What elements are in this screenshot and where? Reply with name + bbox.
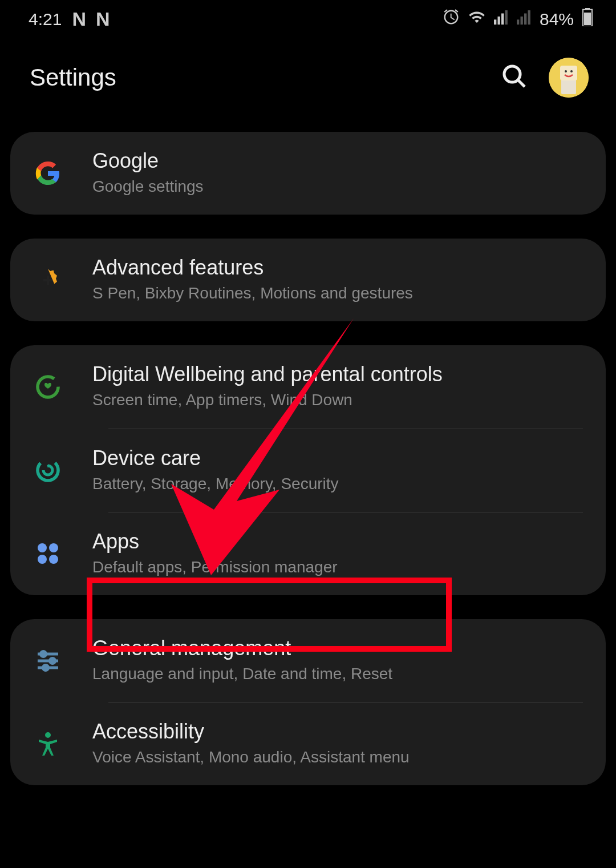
svg-rect-15 (560, 66, 577, 80)
status-bar: 4:21 N N 84% (0, 0, 616, 38)
sliders-icon (32, 645, 64, 677)
battery-percent: 84% (540, 10, 574, 29)
item-title: Digital Wellbeing and parental controls (92, 362, 584, 386)
gear-plus-icon (32, 264, 64, 296)
item-subtitle: Battery, Storage, Memory, Security (92, 473, 584, 495)
svg-rect-5 (520, 17, 522, 25)
header-actions (501, 58, 589, 98)
item-text: Digital Wellbeing and parental controls … (92, 362, 584, 411)
item-subtitle: Language and input, Date and time, Reset (92, 663, 584, 685)
item-text: Apps Default apps, Permission manager (92, 530, 584, 578)
item-text: General management Language and input, D… (92, 636, 584, 685)
item-subtitle: S Pen, Bixby Routines, Motions and gestu… (92, 282, 584, 304)
settings-item-device-care[interactable]: Device care Battery, Storage, Memory, Se… (10, 429, 606, 512)
google-icon (32, 158, 64, 189)
settings-group: General management Language and input, D… (10, 619, 606, 785)
svg-point-32 (45, 732, 51, 738)
svg-point-25 (49, 555, 58, 564)
item-title: Accessibility (92, 720, 584, 744)
page-title: Settings (30, 64, 116, 91)
svg-point-24 (38, 555, 47, 564)
device-care-icon (32, 454, 64, 486)
item-title: Device care (92, 446, 584, 470)
item-subtitle: Voice Assistant, Mono audio, Assistant m… (92, 746, 584, 768)
alarm-icon (443, 9, 460, 30)
status-time: 4:21 (29, 10, 62, 29)
settings-item-accessibility[interactable]: Accessibility Voice Assistant, Mono audi… (10, 703, 606, 785)
item-text: Google Google settings (92, 149, 584, 197)
svg-rect-3 (505, 10, 507, 25)
item-title: Advanced features (92, 256, 584, 280)
svg-rect-6 (524, 14, 526, 25)
notification-icon: N (72, 8, 86, 30)
signal-icon (494, 9, 509, 29)
settings-group: Advanced features S Pen, Bixby Routines,… (10, 239, 606, 321)
settings-group: Google Google settings (10, 132, 606, 215)
svg-line-12 (518, 80, 525, 87)
settings-item-general-management[interactable]: General management Language and input, D… (10, 619, 606, 702)
svg-point-23 (49, 543, 58, 552)
wifi-icon (468, 9, 486, 30)
svg-point-21 (34, 457, 62, 484)
svg-rect-14 (561, 79, 576, 94)
settings-item-advanced-features[interactable]: Advanced features S Pen, Bixby Routines,… (10, 239, 606, 321)
item-title: Google (92, 149, 584, 173)
battery-icon (582, 8, 593, 30)
svg-point-31 (43, 665, 48, 670)
wellbeing-icon (32, 371, 64, 403)
item-subtitle: Default apps, Permission manager (92, 556, 584, 578)
apps-icon (32, 538, 64, 570)
item-title: General management (92, 636, 584, 660)
svg-rect-2 (501, 14, 504, 25)
accessibility-icon (32, 728, 64, 760)
svg-point-17 (570, 70, 573, 72)
item-text: Accessibility Voice Assistant, Mono audi… (92, 720, 584, 768)
search-icon[interactable] (501, 63, 528, 92)
item-text: Advanced features S Pen, Bixby Routines,… (92, 256, 584, 304)
item-text: Device care Battery, Storage, Memory, Se… (92, 446, 584, 495)
item-subtitle: Screen time, App timers, Wind Down (92, 389, 584, 411)
svg-point-22 (38, 543, 47, 552)
svg-rect-4 (517, 19, 519, 25)
svg-rect-10 (584, 13, 591, 25)
svg-rect-0 (494, 19, 496, 25)
status-right: 84% (443, 8, 593, 30)
svg-rect-19 (43, 279, 52, 281)
svg-point-16 (565, 70, 567, 72)
settings-group: Digital Wellbeing and parental controls … (10, 345, 606, 595)
status-left: 4:21 N N (29, 8, 110, 30)
settings-item-apps[interactable]: Apps Default apps, Permission manager (10, 512, 606, 595)
profile-avatar[interactable] (549, 58, 589, 98)
item-title: Apps (92, 530, 584, 554)
svg-point-29 (50, 658, 55, 663)
notification-icon: N (96, 8, 110, 30)
svg-rect-1 (497, 17, 500, 25)
signal-icon (517, 9, 532, 29)
svg-point-27 (41, 651, 46, 656)
svg-point-11 (504, 66, 520, 82)
item-subtitle: Google settings (92, 175, 584, 197)
settings-item-digital-wellbeing[interactable]: Digital Wellbeing and parental controls … (10, 345, 606, 428)
header: Settings (0, 38, 616, 132)
svg-rect-7 (528, 10, 530, 25)
settings-item-google[interactable]: Google Google settings (10, 132, 606, 215)
